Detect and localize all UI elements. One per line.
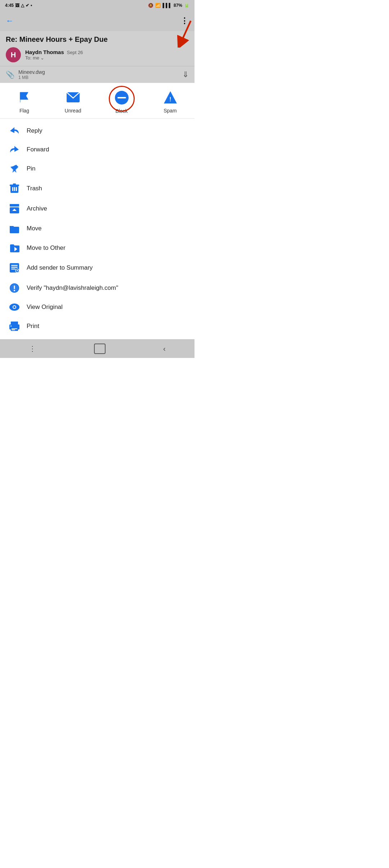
email-badge-icon: ✔ — [26, 3, 29, 8]
back-button[interactable]: ← — [6, 16, 14, 26]
menu-item-move-to-other[interactable]: Move to Other — [0, 238, 194, 258]
block-icon — [114, 90, 129, 105]
view-original-icon — [9, 303, 20, 311]
svg-rect-31 — [11, 328, 18, 331]
email-header: Re: Mineev Hours + Epay Due H Haydn Thom… — [0, 31, 194, 66]
svg-rect-33 — [12, 329, 15, 330]
mute-icon: 🔕 — [148, 3, 153, 8]
sender-name-row: Haydn Thomas Sept 26 — [25, 49, 83, 55]
svg-rect-10 — [16, 187, 17, 191]
svg-rect-8 — [12, 187, 13, 191]
spam-label: Spam — [164, 108, 177, 114]
sender-date: Sept 26 — [67, 50, 83, 55]
flag-icon — [18, 91, 31, 104]
menu-item-trash[interactable]: Trash — [0, 178, 194, 199]
status-right: 🔕 📶 ▌▌▌ 87% 🔋 — [148, 3, 189, 8]
svg-text:!: ! — [169, 96, 171, 102]
menu-item-archive[interactable]: Archive — [0, 199, 194, 219]
spam-icon-wrap: ! — [161, 89, 179, 106]
action-block[interactable]: Block — [113, 89, 131, 114]
svg-rect-32 — [12, 328, 17, 329]
pin-label: Pin — [27, 165, 36, 172]
bottom-nav-bar: ⋮ ‹ — [0, 339, 194, 358]
top-nav: ← ⋮ — [0, 11, 194, 31]
attachment-info: Mineev.dwg 1 MB — [18, 69, 45, 80]
photo-icon: 🖼 — [15, 3, 19, 8]
svg-rect-3 — [117, 97, 126, 98]
menu-list: Reply Forward Pin — [0, 119, 194, 339]
battery-icon: 🔋 — [184, 3, 189, 8]
svg-rect-24 — [14, 285, 15, 289]
block-label: Block — [115, 108, 128, 114]
flag-label: Flag — [19, 108, 29, 114]
email-subject: Re: Mineev Hours + Epay Due — [6, 35, 189, 44]
back-nav-button[interactable]: ‹ — [163, 345, 166, 353]
svg-rect-21 — [17, 270, 18, 271]
more-options-button[interactable]: ⋮ — [180, 16, 189, 26]
sender-info: Haydn Thomas Sept 26 To: me ⌄ — [25, 49, 83, 61]
menu-item-add-sender-to-summary[interactable]: Add sender to Summary — [0, 258, 194, 278]
verify-label: Verify "haydn@lavishraleigh.com" — [27, 284, 118, 292]
attachment-row: 📎 Mineev.dwg 1 MB ⇓ — [0, 66, 194, 83]
reply-icon — [9, 127, 20, 135]
sender-name: Haydn Thomas — [25, 49, 64, 55]
attachment-name: Mineev.dwg — [18, 69, 45, 75]
to-me-label: To: me — [25, 55, 39, 61]
unread-icon-wrap — [64, 89, 82, 106]
spam-icon: ! — [163, 90, 178, 104]
forward-icon — [9, 145, 20, 154]
add-sender-to-summary-label: Add sender to Summary — [27, 264, 93, 271]
time: 4:45 — [5, 3, 14, 8]
print-label: Print — [27, 323, 39, 330]
svg-rect-11 — [10, 204, 19, 207]
action-spam[interactable]: ! Spam — [161, 89, 179, 114]
archive-icon — [9, 204, 20, 214]
status-left: 4:45 🖼 △ ✔ • — [5, 3, 32, 8]
svg-rect-9 — [14, 187, 15, 191]
flag-icon-wrap — [15, 89, 33, 106]
reply-label: Reply — [27, 127, 42, 134]
move-to-other-icon — [9, 243, 20, 253]
attachment-size: 1 MB — [18, 75, 45, 80]
pin-icon — [9, 164, 20, 173]
move-to-other-label: Move to Other — [27, 244, 66, 252]
unread-icon — [66, 92, 80, 103]
menu-item-move[interactable]: Move — [0, 219, 194, 238]
recent-apps-button[interactable]: ⋮ — [29, 344, 36, 353]
attachment-left: 📎 Mineev.dwg 1 MB — [6, 69, 45, 80]
wifi-icon: 📶 — [155, 3, 161, 8]
svg-rect-16 — [11, 265, 18, 266]
avatar: H — [6, 47, 21, 62]
battery-percent: 87% — [174, 3, 182, 8]
paperclip-icon: 📎 — [6, 70, 15, 79]
status-bar: 4:45 🖼 △ ✔ • 🔕 📶 ▌▌▌ 87% 🔋 — [0, 0, 194, 11]
view-original-label: View Original — [27, 304, 63, 311]
to-me-dropdown[interactable]: To: me ⌄ — [25, 55, 83, 61]
action-flag[interactable]: Flag — [15, 89, 33, 114]
move-icon — [9, 224, 20, 233]
add-sender-to-summary-icon — [9, 263, 20, 273]
trash-label: Trash — [27, 185, 42, 192]
block-icon-wrap — [113, 89, 131, 106]
home-button[interactable] — [94, 344, 106, 354]
action-unread[interactable]: Unread — [64, 89, 82, 114]
forward-label: Forward — [27, 146, 49, 153]
quick-actions-bar: Flag Unread Block ! Spam — [0, 83, 194, 119]
print-icon — [9, 321, 20, 331]
menu-item-forward[interactable]: Forward — [0, 140, 194, 159]
dot-icon: • — [31, 3, 32, 8]
unread-label: Unread — [65, 108, 81, 114]
drive-icon: △ — [21, 3, 24, 8]
trash-icon — [9, 183, 20, 194]
svg-rect-18 — [11, 269, 15, 270]
menu-item-verify[interactable]: Verify "haydn@lavishraleigh.com" — [0, 278, 194, 298]
menu-item-view-original[interactable]: View Original — [0, 298, 194, 316]
avatar-letter: H — [11, 51, 16, 59]
menu-item-pin[interactable]: Pin — [0, 159, 194, 178]
svg-point-25 — [14, 290, 15, 291]
menu-item-print[interactable]: Print — [0, 316, 194, 336]
verify-icon — [9, 283, 20, 293]
menu-item-reply[interactable]: Reply — [0, 121, 194, 140]
svg-point-28 — [13, 306, 15, 308]
download-icon[interactable]: ⇓ — [182, 70, 189, 79]
